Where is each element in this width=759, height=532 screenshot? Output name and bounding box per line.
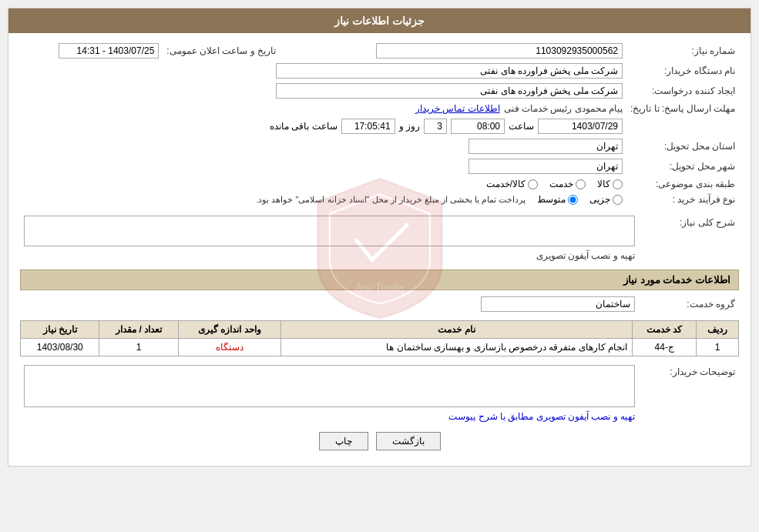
- contact-link[interactable]: اطلاعات تماس خریدار: [415, 103, 500, 114]
- category-goods-service-radio[interactable]: [528, 179, 538, 189]
- row-purchase-type: نوع فرآیند خرید : جزیی متوسط پرداخت تمام…: [20, 192, 739, 207]
- category-service-label: خدمت: [549, 179, 573, 189]
- creator-label: ایجاد کننده درخواست:: [626, 81, 739, 101]
- time-label: ساعت: [509, 121, 534, 132]
- services-table-wrapper: ردیف کد خدمت نام خدمت واحد اندازه گیری ت…: [20, 320, 739, 356]
- category-goods-item[interactable]: کالا: [597, 179, 623, 189]
- creator-input[interactable]: [276, 83, 623, 99]
- cell-name-0: انجام کارهای متفرقه درخصوص بازسازی و بهس…: [280, 339, 633, 356]
- need-desc-label: شرح کلی نیاز:: [639, 213, 739, 263]
- buyer-name-input[interactable]: [276, 63, 623, 79]
- category-group: کالا خدمت کالا/خدمت: [24, 179, 623, 189]
- category-service-item[interactable]: خدمت: [549, 179, 586, 189]
- send-deadline-label: مهلت ارسال پاسخ: تا تاریخ:: [626, 101, 739, 116]
- row-buyer-desc: توضیحات خریدار: تهیه و نصب آیفون تصویری …: [20, 363, 739, 424]
- announcement-date-input[interactable]: [59, 43, 159, 59]
- services-table-body: 1 ج-44 انجام کارهای متفرقه درخصوص بازساز…: [21, 339, 739, 356]
- send-date-input[interactable]: [538, 119, 623, 134]
- service-group-input[interactable]: [481, 296, 635, 312]
- send-days-input[interactable]: [424, 119, 447, 134]
- purchase-note: پرداخت تمام یا بخشی از مبلغ خریدار از مح…: [256, 195, 526, 205]
- col-date-header: تاریخ نیاز: [21, 321, 99, 339]
- category-goods-service-item[interactable]: کالا/خدمت: [486, 179, 538, 189]
- col-unit-header: واحد اندازه گیری: [178, 321, 280, 339]
- need-desc-textarea[interactable]: [24, 216, 635, 246]
- date-row: ساعت روز و ساعت باقی مانده: [24, 119, 623, 134]
- purchase-type-group: جزیی متوسط پرداخت تمام یا بخشی از مبلغ خ…: [24, 194, 623, 205]
- buyer-name-label: نام دستگاه خریدار:: [626, 61, 739, 81]
- back-button[interactable]: بازگشت: [376, 432, 441, 450]
- send-hours-input[interactable]: [341, 119, 395, 134]
- announcement-date-label: تاریخ و ساعت اعلان عمومی:: [163, 41, 280, 61]
- services-table: ردیف کد خدمت نام خدمت واحد اندازه گیری ت…: [20, 320, 739, 356]
- province-label: استان محل تحویل:: [626, 136, 739, 156]
- need-desc-table: شرح کلی نیاز: تهیه و نصب آیفون تصویری: [20, 213, 739, 263]
- col-qty-header: تعداد / مقدار: [99, 321, 178, 339]
- services-section-title: اطلاعات خدمات مورد نیاز: [623, 274, 730, 286]
- category-label: طبقه بندی موضوعی:: [626, 176, 739, 192]
- print-button[interactable]: چاپ: [319, 432, 368, 450]
- buyer-desc-table: توضیحات خریدار: تهیه و نصب آیفون تصویری …: [20, 363, 739, 424]
- need-number-label: شماره نیاز:: [626, 41, 739, 61]
- need-desc-value: تهیه و نصب آیفون تصویری: [24, 249, 635, 261]
- cell-unit-0: دستگاه: [178, 339, 280, 356]
- col-row-header: ردیف: [697, 321, 739, 339]
- row-dates: ساعت روز و ساعت باقی مانده: [20, 116, 739, 136]
- remaining-label: ساعت باقی مانده: [270, 121, 338, 132]
- row-city: شهر محل تحویل:: [20, 156, 739, 176]
- purchase-medium-item[interactable]: متوسط: [537, 194, 578, 205]
- page-title: جزئیات اطلاعات نیاز: [334, 15, 425, 27]
- button-row: بازگشت چاپ: [20, 432, 739, 450]
- purchase-type-label: نوع فرآیند خرید :: [626, 192, 739, 207]
- row-province: استان محل تحویل:: [20, 136, 739, 156]
- service-group-table: گروه خدمت:: [20, 294, 739, 314]
- services-table-header-row: ردیف کد خدمت نام خدمت واحد اندازه گیری ت…: [21, 321, 739, 339]
- message-text: پیام محمودی رئیس خدمات فنی: [504, 103, 623, 114]
- category-goods-service-label: کالا/خدمت: [486, 179, 526, 189]
- col-name-header: نام خدمت: [280, 321, 633, 339]
- row-category: طبقه بندی موضوعی: کالا خدمت: [20, 176, 739, 192]
- table-row: 1 ج-44 انجام کارهای متفرقه درخصوص بازساز…: [21, 339, 739, 356]
- info-table: شماره نیاز: تاریخ و ساعت اعلان عمومی: نا…: [20, 41, 739, 207]
- purchase-partial-item[interactable]: جزیی: [589, 194, 623, 205]
- cell-date-0: 1403/08/30: [21, 339, 99, 356]
- row-need-desc: شرح کلی نیاز: تهیه و نصب آیفون تصویری: [20, 213, 739, 263]
- purchase-medium-radio[interactable]: [568, 195, 578, 205]
- services-section-header: اطلاعات خدمات مورد نیاز: [20, 269, 739, 290]
- days-label: روز و: [399, 121, 420, 132]
- cell-code-0: ج-44: [633, 339, 697, 356]
- send-deadline-row: پیام محمودی رئیس خدمات فنی اطلاعات تماس …: [24, 103, 623, 114]
- service-group-label: گروه خدمت:: [639, 294, 739, 314]
- category-goods-radio[interactable]: [613, 179, 623, 189]
- row-send-deadline: مهلت ارسال پاسخ: تا تاریخ: پیام محمودی ر…: [20, 101, 739, 116]
- page-content: Ana Tender شماره نیاز: تاریخ و ساعت اعلا…: [8, 33, 751, 466]
- row-need-number: شماره نیاز: تاریخ و ساعت اعلان عمومی:: [20, 41, 739, 61]
- cell-row-0: 1: [697, 339, 739, 356]
- purchase-partial-radio[interactable]: [613, 195, 623, 205]
- buyer-desc-textarea[interactable]: [24, 365, 635, 407]
- row-service-group: گروه خدمت:: [20, 294, 739, 314]
- row-creator: ایجاد کننده درخواست:: [20, 81, 739, 101]
- col-code-header: کد خدمت: [633, 321, 697, 339]
- buyer-desc-label: توضیحات خریدار:: [639, 363, 739, 424]
- purchase-medium-label: متوسط: [537, 194, 566, 205]
- services-table-head: ردیف کد خدمت نام خدمت واحد اندازه گیری ت…: [21, 321, 739, 339]
- city-input[interactable]: [468, 159, 623, 174]
- purchase-partial-label: جزیی: [589, 194, 610, 205]
- main-container: جزئیات اطلاعات نیاز Ana Tender شماره نیا…: [8, 8, 751, 467]
- row-buyer-name: نام دستگاه خریدار:: [20, 61, 739, 81]
- buyer-desc-value: تهیه و نصب آیفون تصویری مطابق با شرح پیو…: [24, 410, 635, 422]
- province-input[interactable]: [468, 139, 623, 154]
- city-label: شهر محل تحویل:: [626, 156, 739, 176]
- category-service-radio[interactable]: [576, 179, 586, 189]
- category-goods-label: کالا: [597, 179, 610, 189]
- need-number-input[interactable]: [376, 43, 623, 59]
- send-time-input[interactable]: [451, 119, 505, 134]
- cell-qty-0: 1: [99, 339, 178, 356]
- page-header: جزئیات اطلاعات نیاز: [8, 8, 751, 33]
